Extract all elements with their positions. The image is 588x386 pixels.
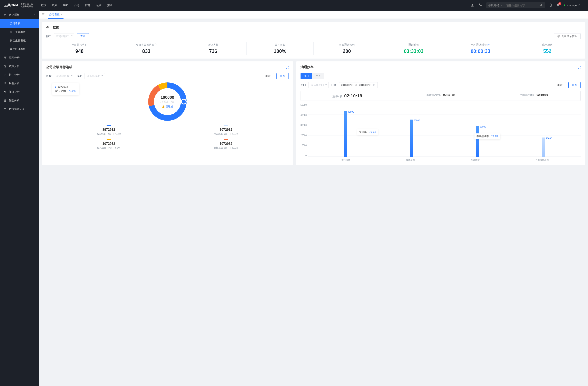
nav-finance[interactable]: 财务 <box>85 3 90 7</box>
trend-icon <box>4 74 7 76</box>
dept-select[interactable]: 请选择部门 <box>54 33 74 39</box>
legend-item: 8972932已完成量（元）|70.9% <box>54 125 163 135</box>
sidebar-item-funnel[interactable]: 漏斗分析 <box>0 54 39 62</box>
stats-row: 今日首咨客户948今日有效首咨客户833回访人数736拨打次数100%有效通话次… <box>46 42 581 55</box>
sidebar-item-promo[interactable]: 推广分析 <box>0 71 39 79</box>
stat-item: 拨打次数100% <box>247 42 314 55</box>
reset-button[interactable]: 重置 <box>262 73 274 79</box>
gear-icon <box>557 35 560 38</box>
seg-person[interactable]: 个人 <box>312 73 324 79</box>
duration-cell: 通话时长02:10:19 <box>301 91 394 101</box>
logo: 云朵CRM 教育机构一站 式服务云平台 <box>4 3 33 8</box>
svg-point-6 <box>5 82 6 83</box>
donut-chart: 1072932 所占比例：70.9% 100000 目标总量（ <box>46 81 289 122</box>
legend-item: 1072932超额完成（元）|89.9% <box>171 139 280 149</box>
bar: 35000 <box>410 119 413 157</box>
bars-area: 43000350002900018000 <box>308 104 581 157</box>
today-title: 今日数据 <box>46 25 581 30</box>
svg-point-11 <box>5 100 6 101</box>
nav-customers[interactable]: 客户 <box>63 3 68 7</box>
donut-tooltip: 1072932 所占比例：70.9% <box>52 83 79 95</box>
mobile-icon[interactable] <box>549 3 552 7</box>
nav-leads[interactable]: 线索 <box>52 3 57 7</box>
segment-group: 部门 个人 <box>300 73 324 79</box>
legend-item: 1072932未完成量（元）|20.9% <box>171 125 280 135</box>
svg-point-17 <box>181 99 186 104</box>
sidebar-sub-promo[interactable]: 推广主管看板 <box>0 28 39 36</box>
calendar-icon: 🗓 <box>373 84 376 86</box>
top-header: 云朵CRM 教育机构一站 式服务云平台 数据 线索 客户 公海 财务 运营 报名… <box>0 0 588 11</box>
status-dot <box>564 4 565 6</box>
nav-ops[interactable]: 运营 <box>96 3 102 7</box>
sidebar-item-sales[interactable]: 销售分析 <box>0 96 39 105</box>
sidebar-group-dashboard[interactable]: 数据看板 <box>0 11 39 19</box>
user-menu[interactable]: manager11 ▼ <box>564 4 584 7</box>
goal-query-button[interactable]: 查询 <box>276 73 289 79</box>
svg-rect-4 <box>4 14 6 16</box>
fullscreen-icon[interactable]: ⛶ <box>578 66 581 69</box>
stat-item: 今日有效首咨客户833 <box>113 42 180 55</box>
comm-card: 沟通效率 ⛶ 部门 个人 部门 请选择部门 日期 2018/01/08 至 <box>296 61 585 165</box>
comm-title: 沟通效率 <box>300 65 314 69</box>
add-user-icon[interactable] <box>471 3 475 8</box>
bar-chart: 50000400003000020000100000 4300035000290… <box>300 104 581 157</box>
user-name: manager11 <box>567 4 580 7</box>
user-icon <box>4 82 7 85</box>
info-icon[interactable]: ? <box>487 44 490 46</box>
donut-center: 100000 目标总量（元） 👍已达成 <box>159 95 175 108</box>
search-button[interactable] <box>537 3 545 7</box>
bell-icon[interactable]: 5 <box>556 3 560 7</box>
sidebar: 数据看板 公司看板 推广主管看板 销售主管看板 客户经理看板 漏斗分析 成本分析… <box>0 11 39 386</box>
stat-item: 回访人数736 <box>180 42 247 55</box>
comm-dept-select[interactable]: 请选择部门 <box>308 82 329 88</box>
phone-icon[interactable] <box>479 3 482 8</box>
plot-area: 43000350002900018000 接通率：70.9% 有效接通率：70.… <box>308 104 581 157</box>
list-icon <box>4 108 7 111</box>
bar: 43000 <box>344 111 347 157</box>
notification-badge: 5 <box>558 2 561 5</box>
stat-item: 平均通话时长?00:00:33 <box>447 42 514 55</box>
query-button[interactable]: 查询 <box>77 33 89 39</box>
period-select[interactable]: 请选择周期 <box>84 73 105 79</box>
durations-row: 通话时长02:10:19有效通话时长02:10:19平均通话时长02:10:19 <box>300 91 581 101</box>
svg-point-9 <box>5 92 5 93</box>
logo-text: 云朵CRM <box>4 3 18 8</box>
search-type-select[interactable]: 手机号码 ▼ <box>486 3 504 7</box>
sidebar-item-flow[interactable]: 数据流转记录 <box>0 105 39 114</box>
funnel-icon <box>4 56 7 59</box>
hamburger-icon[interactable] <box>42 13 45 17</box>
sidebar-item-cost[interactable]: 成本分析 <box>0 62 39 71</box>
fullscreen-icon[interactable]: ⛶ <box>286 66 289 69</box>
stat-item: 有效通话次数200 <box>314 42 380 55</box>
sidebar-sub-manager[interactable]: 客户经理看板 <box>0 45 39 54</box>
comm-query-button[interactable]: 查询 <box>568 82 581 88</box>
date-range-picker[interactable]: 2018/01/08 至 2018/01/08 🗓 <box>339 82 378 88</box>
bar: 29000 <box>476 126 479 157</box>
channel-icon <box>4 91 7 94</box>
target-select[interactable]: 请选择目标 <box>54 73 74 79</box>
sidebar-sub-sales[interactable]: 销售主管看板 <box>0 36 39 45</box>
nav-data[interactable]: 数据 <box>41 3 46 7</box>
dept-label: 部门 <box>46 35 51 38</box>
svg-point-8 <box>5 91 6 91</box>
stat-item: 今日首咨客户948 <box>46 42 113 55</box>
seg-dept[interactable]: 部门 <box>300 73 312 79</box>
settings-indicators-button[interactable]: 设置显示指标 <box>554 33 581 39</box>
close-icon[interactable]: ✕ <box>61 13 63 16</box>
tab-company-board[interactable]: 公司看板 ✕ <box>48 11 63 19</box>
pie-icon <box>4 65 7 68</box>
sidebar-item-visitor[interactable]: 访客分析 <box>0 79 39 88</box>
svg-point-7 <box>4 91 4 91</box>
search-input[interactable] <box>504 4 537 7</box>
nav-pool[interactable]: 公海 <box>74 3 79 7</box>
x-axis: 拨打次数接通次数有效通话有效接通次数 <box>310 157 581 161</box>
nav-signup[interactable]: 报名 <box>107 3 112 7</box>
comm-reset-button[interactable]: 重置 <box>554 82 566 88</box>
target-icon <box>4 99 7 102</box>
annotation-effective-rate: 有效接通率：70.9% <box>475 134 500 139</box>
search-group: 手机号码 ▼ <box>486 2 545 8</box>
chevron-down-icon: ▼ <box>582 4 584 6</box>
sidebar-sub-company[interactable]: 公司看板 <box>0 19 39 28</box>
y-axis: 50000400003000020000100000 <box>300 104 309 157</box>
sidebar-item-channel[interactable]: 渠道分析 <box>0 88 39 96</box>
